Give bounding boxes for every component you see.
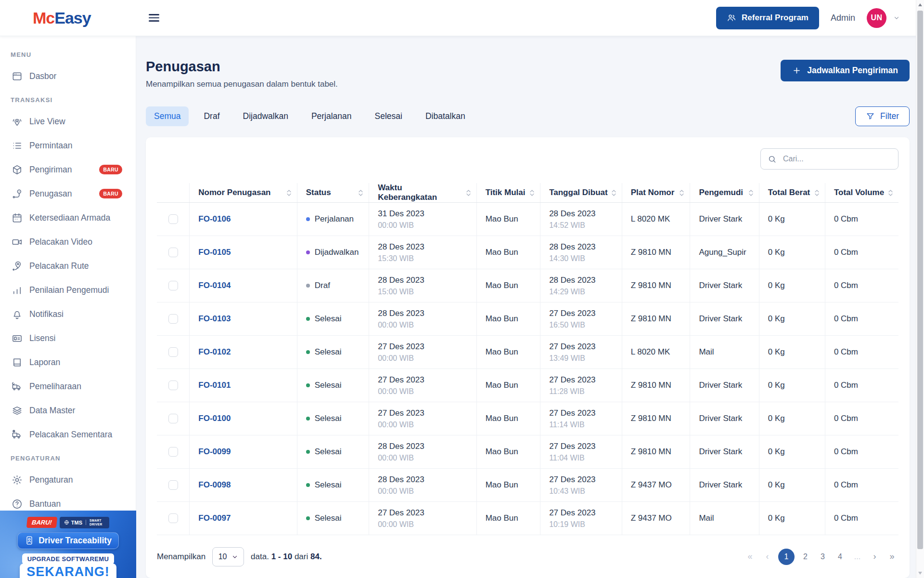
page-button-4[interactable]: 4 — [834, 550, 847, 563]
sidebar-item-label: Live View — [29, 117, 65, 127]
sidebar-item-laporan[interactable]: Laporan — [0, 350, 136, 374]
page-button-3[interactable]: 3 — [816, 550, 829, 563]
sidebar-item-ketersediaan-armada[interactable]: Ketersediaan Armada — [0, 206, 136, 230]
sidebar-nav: MENUDasborTRANSAKSILive ViewPermintaanPe… — [0, 36, 136, 516]
cell-start-point: Mao Bun — [476, 203, 540, 236]
row-checkbox[interactable] — [168, 347, 178, 357]
column-header-tanggal-dibuat[interactable]: Tanggal Dibuat — [540, 183, 622, 203]
row-checkbox[interactable] — [168, 447, 178, 457]
sidebar-item-pengaturan[interactable]: Pengaturan — [0, 468, 136, 492]
sidebar-section-label-menu: MENU — [0, 43, 136, 64]
sidebar-item-label: Pelacakan Video — [29, 237, 92, 247]
tabs-row: SemuaDrafDijadwalkanPerjalananSelesaiDib… — [146, 106, 910, 126]
sidebar-item-dasbor[interactable]: Dasbor — [0, 64, 136, 88]
sidebar-item-data-master[interactable]: Data Master — [0, 398, 136, 422]
assignment-link[interactable]: FO-0104 — [198, 281, 231, 290]
assignment-link[interactable]: FO-0103 — [198, 314, 231, 323]
sidebar-item-label: Pengiriman — [29, 165, 72, 175]
sidebar-item-pemeliharaan[interactable]: Pemeliharaan — [0, 374, 136, 398]
sidebar-item-lisensi[interactable]: Lisensi — [0, 326, 136, 350]
scrollbar-thumb[interactable] — [917, 11, 923, 549]
sidebar-item-pelacakan-sementara[interactable]: Pelacakan Sementara — [0, 422, 136, 447]
assignment-link[interactable]: FO-0102 — [198, 347, 231, 356]
page-button-1[interactable]: 1 — [778, 549, 795, 565]
tab-dibatalkan[interactable]: Dibatalkan — [417, 106, 474, 126]
column-header-status[interactable]: Status — [297, 183, 369, 203]
assignment-link[interactable]: FO-0097 — [198, 513, 231, 523]
row-checkbox[interactable] — [168, 381, 178, 390]
cell-created-date: 27 Des 202311:14 WIB — [540, 402, 622, 435]
promo-baru-badge: BARU! — [26, 517, 57, 528]
row-checkbox[interactable] — [168, 414, 178, 423]
tab-semua[interactable]: Semua — [146, 106, 189, 126]
scrollbar-down-arrow[interactable] — [916, 569, 924, 577]
mceasy-logo[interactable]: McEasy — [0, 9, 136, 27]
filter-button[interactable]: Filter — [855, 106, 910, 126]
sidebar-item-pelacakan-video[interactable]: Pelacakan Video — [0, 230, 136, 254]
tab-draf[interactable]: Draf — [195, 106, 228, 126]
row-checkbox[interactable] — [168, 314, 178, 324]
sidebar-item-pengiriman[interactable]: PengirimanBARU — [0, 158, 136, 182]
cell-driver: Driver Stark — [690, 469, 759, 502]
cell-total-weight: 0 Kg — [759, 203, 825, 236]
assignment-link[interactable]: FO-0106 — [198, 214, 231, 223]
new-badge: BARU — [99, 165, 122, 174]
referral-program-button[interactable]: Referral Program — [716, 7, 819, 29]
avatar[interactable]: UN — [867, 8, 886, 28]
sidebar-item-notifikasi[interactable]: Notifikasi — [0, 302, 136, 326]
next-page-button[interactable]: › — [868, 550, 881, 563]
promo-badges: BARU! TMS SMART DRIVER — [27, 517, 109, 528]
sidebar-item-pelacakan-rute[interactable]: Pelacakan Rute — [0, 254, 136, 278]
chevron-down-icon[interactable] — [893, 14, 900, 21]
status-label: Draf — [315, 281, 330, 290]
promo-banner[interactable]: BARU! TMS SMART DRIVER Driver Traceabili… — [0, 511, 136, 578]
assignment-link[interactable]: FO-0105 — [198, 248, 231, 257]
tab-dijadwalkan[interactable]: Dijadwalkan — [235, 106, 296, 126]
column-header-nomor-penugasan[interactable]: Nomor Penugasan — [190, 183, 297, 203]
row-checkbox[interactable] — [168, 214, 178, 224]
cell-assignment-number: FO-0101 — [190, 369, 297, 402]
sidebar-item-penilaian-pengemudi[interactable]: Penilaian Pengemudi — [0, 278, 136, 302]
page-size-select[interactable]: 10 — [212, 547, 244, 566]
truck-clock-icon — [12, 429, 23, 440]
dashboard-icon — [12, 71, 23, 82]
tab-selesai[interactable]: Selesai — [367, 106, 411, 126]
assignment-link[interactable]: FO-0100 — [198, 414, 231, 423]
sidebar-item-label: Pelacakan Rute — [29, 261, 89, 271]
sidebar-item-penugasan[interactable]: PenugasanBARU — [0, 182, 136, 206]
tab-perjalanan[interactable]: Perjalanan — [303, 106, 360, 126]
row-checkbox[interactable] — [168, 513, 178, 523]
cell-status: Selesai — [297, 469, 369, 502]
row-checkbox[interactable] — [168, 281, 178, 290]
cell-total-volume: 0 Cbm — [825, 402, 898, 435]
row-checkbox[interactable] — [168, 248, 178, 257]
schedule-delivery-button[interactable]: Jadwalkan Pengiriman — [781, 60, 910, 81]
prev-page-button[interactable]: ‹ — [761, 550, 774, 563]
column-header-pengemudi[interactable]: Pengemudi — [690, 183, 759, 203]
cell-total-weight: 0 Kg — [759, 302, 825, 336]
assignment-link[interactable]: FO-0101 — [198, 381, 231, 390]
sidebar-item-permintaan[interactable]: Permintaan — [0, 133, 136, 158]
bar-chart-icon — [12, 285, 23, 296]
scrollbar-up-arrow[interactable] — [916, 1, 924, 9]
column-header-waktu-keberangkatan[interactable]: Waktu Keberangkatan — [369, 183, 476, 203]
row-checkbox[interactable] — [168, 480, 178, 490]
page-button-2[interactable]: 2 — [799, 550, 812, 563]
column-header-total-volume[interactable]: Total Volume — [825, 183, 898, 203]
status-dot — [306, 250, 310, 254]
scrollbar[interactable] — [916, 0, 924, 578]
column-header-plat-nomor[interactable]: Plat Nomor — [622, 183, 690, 203]
search-input[interactable] — [782, 154, 891, 164]
sidebar-item-live-view[interactable]: Live View — [0, 109, 136, 133]
column-header-titik-mulai[interactable]: Titik Mulai — [476, 183, 540, 203]
sidebar-item-label: Ketersediaan Armada — [29, 213, 110, 223]
last-page-button[interactable]: » — [886, 550, 898, 563]
hamburger-menu-button[interactable] — [146, 9, 162, 26]
cell-assignment-number: FO-0097 — [190, 502, 297, 535]
assignment-link[interactable]: FO-0098 — [198, 480, 231, 489]
assignment-link[interactable]: FO-0099 — [198, 447, 231, 456]
column-header-total-berat[interactable]: Total Berat — [759, 183, 825, 203]
first-page-button[interactable]: « — [744, 550, 757, 563]
cell-total-volume: 0 Cbm — [825, 302, 898, 336]
status-label: Selesai — [315, 447, 342, 457]
